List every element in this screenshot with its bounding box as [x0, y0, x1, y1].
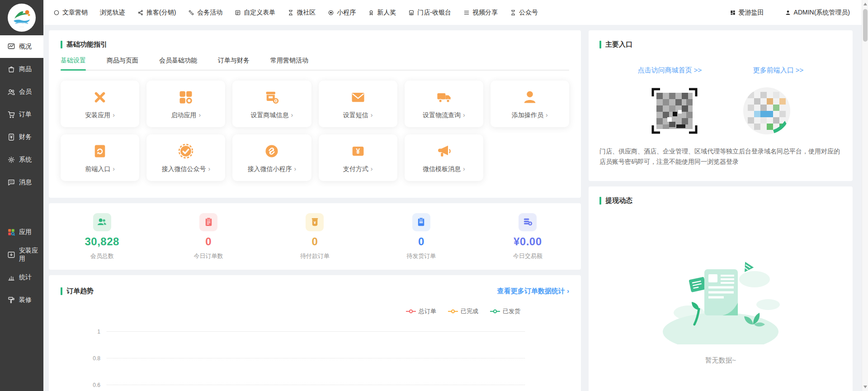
- card-logistics[interactable]: 设置物流查询›: [405, 81, 483, 127]
- visit-mall-home-link[interactable]: 点击访问商城首页 >>: [638, 66, 702, 75]
- more-order-stats-link[interactable]: 查看更多订单数据统计 ›: [497, 287, 569, 296]
- card-wechat-miniapp[interactable]: 接入微信小程序›: [232, 134, 311, 181]
- stat-value: 30,828: [66, 235, 138, 248]
- stat-unpaid-orders: ¥ 0 待付款订单: [278, 213, 351, 260]
- topnav-item-miniprogram[interactable]: 小程序: [328, 9, 356, 17]
- legend-item-completed[interactable]: 已完成: [448, 307, 478, 315]
- card-launch-app[interactable]: 启动应用›: [146, 81, 225, 127]
- topnav-item-video-share[interactable]: 视频分享: [463, 9, 498, 17]
- sidebar-item-label: 安装应用: [19, 247, 43, 263]
- withdraw-panel: 提现动态: [589, 186, 853, 391]
- sidebar-item-finance[interactable]: 财务: [0, 126, 43, 148]
- gear-icon: [7, 156, 15, 164]
- topnav-user-menu[interactable]: ADMIN(系统管理员): [785, 9, 850, 17]
- card-sms[interactable]: 设置短信›: [319, 81, 397, 127]
- card-payment-method[interactable]: ¥ 支付方式›: [319, 134, 397, 181]
- stat-label: 待发货订单: [385, 252, 458, 260]
- topnav-item-distribution[interactable]: 推客(分销): [137, 9, 176, 17]
- sidebar-item-system[interactable]: 系统: [0, 148, 43, 171]
- link-circle-icon: [264, 143, 280, 159]
- truck-icon: [436, 89, 452, 105]
- y-axis-tick: 0.8: [93, 355, 107, 362]
- panel-accent-bar: [61, 287, 62, 295]
- topnav-item-official-account[interactable]: 公众号: [510, 9, 538, 17]
- scrollbar-down-arrow-icon[interactable]: [863, 386, 867, 388]
- sidebar-item-orders[interactable]: 订单: [0, 103, 43, 126]
- order-trend-panel: 订单趋势 查看更多订单数据统计 › 总订单 已完成 已发货: [49, 275, 581, 391]
- topnav-item-custom-form[interactable]: 自定义表单: [235, 9, 275, 17]
- page-scrollbar[interactable]: [862, 0, 868, 391]
- tab-member-basics[interactable]: 会员基础功能: [159, 57, 197, 70]
- download-box-icon: [7, 251, 15, 259]
- sidebar-item-members[interactable]: 会员: [0, 81, 43, 103]
- chevron-right-icon: ›: [113, 111, 115, 119]
- y-axis-tick: 0.6: [93, 382, 107, 388]
- topnav-label: 自定义表单: [244, 9, 275, 17]
- sidebar-item-goods[interactable]: 商品: [0, 58, 43, 81]
- tab-goods-pages[interactable]: 商品与页面: [107, 57, 138, 70]
- more-frontend-entries-link[interactable]: 更多前端入口 >>: [753, 66, 804, 75]
- topnav-item-article-marketing[interactable]: 文章营销: [53, 9, 88, 17]
- sidebar-item-overview[interactable]: 概况: [0, 35, 43, 58]
- card-mall-info[interactable]: 设置商城信息›: [232, 81, 311, 127]
- stat-value: ¥0.00: [491, 235, 564, 248]
- sidebar-item-decorate[interactable]: 装修: [0, 289, 43, 311]
- chevron-right-icon: ›: [198, 111, 201, 119]
- panel-accent-bar: [599, 197, 601, 205]
- scrollbar-thumb[interactable]: [863, 9, 868, 42]
- mall-home-qr-code: [649, 86, 700, 136]
- card-install-app[interactable]: 安装应用›: [61, 81, 139, 127]
- card-wechat-template-msg[interactable]: 微信模板消息›: [405, 134, 483, 181]
- app-logo[interactable]: ·····: [8, 4, 36, 32]
- sidebar-item-label: 装修: [19, 296, 32, 304]
- share-icon: [137, 10, 144, 16]
- sidebar-item-label: 概况: [19, 43, 32, 51]
- shopping-bag-icon: [7, 65, 15, 73]
- legend-item-total-orders[interactable]: 总订单: [406, 307, 436, 315]
- entry-description: 门店、供应商、酒店、企业管理、区域代理等独立后台登录域名同总平台，使用对应的店员…: [599, 146, 842, 167]
- sidebar-item-label: 统计: [19, 273, 32, 281]
- grid-icon: [730, 10, 736, 16]
- sidebar-item-statistics[interactable]: 统计: [0, 266, 43, 289]
- stat-value: 0: [278, 235, 351, 248]
- pay-yen-icon: ¥: [350, 143, 366, 159]
- circle-icon: [53, 10, 60, 16]
- legend-label: 已完成: [461, 307, 478, 315]
- user-name-label: ADMIN(系统管理员): [794, 9, 850, 17]
- topnav-label: 公众号: [519, 9, 538, 17]
- topnav-item-browse-track[interactable]: 浏览轨迹: [100, 9, 125, 17]
- sidebar-item-install-apps[interactable]: 安装应用: [0, 243, 43, 266]
- sidebar-item-messages[interactable]: 消息: [0, 171, 43, 194]
- legend-item-shipped[interactable]: 已发货: [490, 307, 520, 315]
- topnav-item-conference[interactable]: 会务活动: [188, 9, 222, 17]
- person-icon: [785, 10, 791, 16]
- sidebar-item-apps[interactable]: 应用: [0, 221, 43, 243]
- topnav-item-newbie-award[interactable]: 新人奖: [368, 9, 396, 17]
- stat-value: 0: [385, 235, 458, 248]
- stat-total-members: 30,828 会员总数: [66, 213, 138, 260]
- form-icon: [235, 10, 241, 16]
- users-icon: [7, 88, 15, 96]
- tab-orders-finance[interactable]: 订单与财务: [218, 57, 250, 70]
- tab-marketing[interactable]: 常用营销活动: [270, 57, 308, 70]
- card-add-operator[interactable]: 添加操作员›: [491, 81, 569, 127]
- legend-label: 总订单: [419, 307, 436, 315]
- tab-basic-settings[interactable]: 基础设置: [61, 57, 86, 70]
- topnav-item-store-cashier[interactable]: 门店-收银台: [408, 9, 451, 17]
- stat-label: 会员总数: [66, 252, 138, 260]
- list-icon: [463, 10, 470, 16]
- topnav-item-micro-community[interactable]: 微社区: [288, 9, 316, 17]
- topnav-store-name[interactable]: 爱游盐田: [730, 9, 764, 17]
- topnav-label: 推客(分销): [146, 9, 176, 17]
- coins-icon: [523, 217, 533, 227]
- chevron-right-icon: ›: [208, 165, 210, 172]
- card-frontend-entry[interactable]: 前端入口›: [61, 134, 139, 181]
- gridline: 0.8: [107, 358, 525, 358]
- scrollbar-up-arrow-icon[interactable]: [863, 3, 867, 5]
- topnav-label: 文章营销: [62, 9, 88, 17]
- miniapp-qr-code: [741, 86, 792, 136]
- order-clipboard-icon: [203, 217, 214, 227]
- hourglass-icon: [510, 10, 516, 16]
- guide-panel: 基础功能指引 基础设置 商品与页面 会员基础功能 订单与财务 常用营销活动 安装…: [49, 30, 581, 198]
- card-wechat-official[interactable]: 接入微信公众号›: [146, 134, 225, 181]
